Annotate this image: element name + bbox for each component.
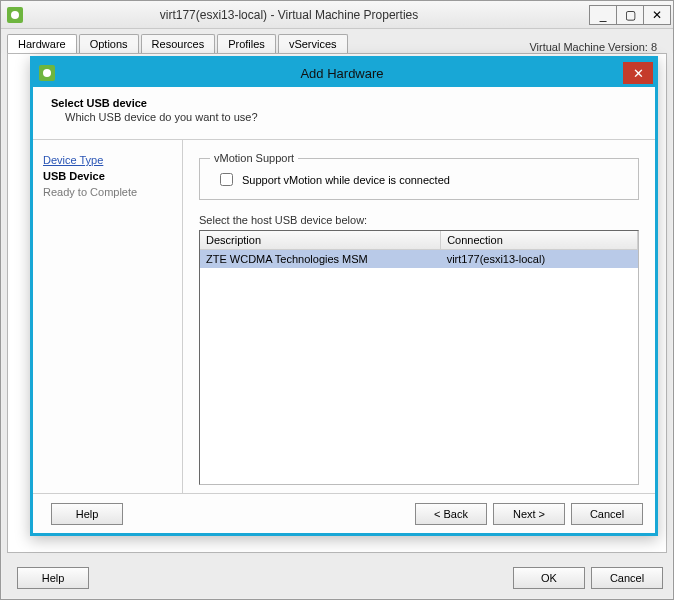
wizard-step-usb-device: USB Device <box>43 168 172 184</box>
vmotion-checkbox-label: Support vMotion while device is connecte… <box>242 174 450 186</box>
vmotion-checkbox[interactable] <box>220 173 233 186</box>
vsphere-icon <box>7 7 23 23</box>
wizard-content: vMotion Support Support vMotion while de… <box>183 140 655 493</box>
minimize-icon: _ <box>600 9 607 21</box>
col-description[interactable]: Description <box>200 231 441 250</box>
vm-version-label: Virtual Machine Version: 8 <box>529 41 667 53</box>
tab-strip: Hardware Options Resources Profiles vSer… <box>1 29 673 53</box>
wizard-step-device-type[interactable]: Device Type <box>43 152 172 168</box>
vm-properties-footer: Help OK Cancel <box>11 567 663 589</box>
add-hardware-title: Add Hardware <box>61 66 623 81</box>
tab-options[interactable]: Options <box>79 34 139 53</box>
wizard-nav: Device Type USB Device Ready to Complete <box>33 140 183 493</box>
wizard-step-subtitle: Which USB device do you want to use? <box>65 111 637 123</box>
usb-select-prompt: Select the host USB device below: <box>199 214 639 226</box>
window-controls: _ ▢ ✕ <box>589 5 671 25</box>
vmotion-checkbox-row[interactable]: Support vMotion while device is connecte… <box>216 170 628 189</box>
vmotion-legend: vMotion Support <box>210 152 298 164</box>
usb-device-table: Description Connection ZTE WCDMA Technol… <box>199 230 639 485</box>
wizard-header: Select USB device Which USB device do yo… <box>33 87 655 140</box>
cell-connection: virt177(esxi13-local) <box>441 250 638 269</box>
cancel-button[interactable]: Cancel <box>571 503 643 525</box>
back-button[interactable]: < Back <box>415 503 487 525</box>
vm-properties-titlebar[interactable]: virt177(esxi13-local) - Virtual Machine … <box>1 1 673 29</box>
svg-point-1 <box>11 11 19 19</box>
close-button[interactable]: ✕ <box>643 5 671 25</box>
ok-button[interactable]: OK <box>513 567 585 589</box>
maximize-button[interactable]: ▢ <box>616 5 644 25</box>
tab-resources[interactable]: Resources <box>141 34 216 53</box>
col-connection[interactable]: Connection <box>441 231 638 250</box>
vmotion-support-group: vMotion Support Support vMotion while de… <box>199 152 639 200</box>
wizard-step-title: Select USB device <box>51 97 637 109</box>
add-hardware-body: Select USB device Which USB device do yo… <box>33 87 655 533</box>
tab-vservices[interactable]: vServices <box>278 34 348 53</box>
vsphere-icon <box>39 65 55 81</box>
maximize-icon: ▢ <box>625 9 636 21</box>
wizard-main: Device Type USB Device Ready to Complete… <box>33 140 655 493</box>
vm-properties-title: virt177(esxi13-local) - Virtual Machine … <box>29 8 589 22</box>
close-icon: ✕ <box>652 9 662 21</box>
close-icon: ✕ <box>633 66 644 81</box>
svg-point-3 <box>43 69 51 77</box>
dialog-close-button[interactable]: ✕ <box>623 62 653 84</box>
table-row[interactable]: ZTE WCDMA Technologies MSM virt177(esxi1… <box>200 250 638 269</box>
minimize-button[interactable]: _ <box>589 5 617 25</box>
add-hardware-titlebar[interactable]: Add Hardware ✕ <box>33 59 655 87</box>
add-hardware-dialog: Add Hardware ✕ Select USB device Which U… <box>30 56 658 536</box>
wizard-step-ready: Ready to Complete <box>43 184 172 200</box>
next-button[interactable]: Next > <box>493 503 565 525</box>
cell-description: ZTE WCDMA Technologies MSM <box>200 250 441 269</box>
add-hardware-footer: Help < Back Next > Cancel <box>33 493 655 533</box>
table-header-row: Description Connection <box>200 231 638 250</box>
help-button[interactable]: Help <box>17 567 89 589</box>
tab-hardware[interactable]: Hardware <box>7 34 77 53</box>
cancel-button[interactable]: Cancel <box>591 567 663 589</box>
help-button[interactable]: Help <box>51 503 123 525</box>
tab-profiles[interactable]: Profiles <box>217 34 276 53</box>
